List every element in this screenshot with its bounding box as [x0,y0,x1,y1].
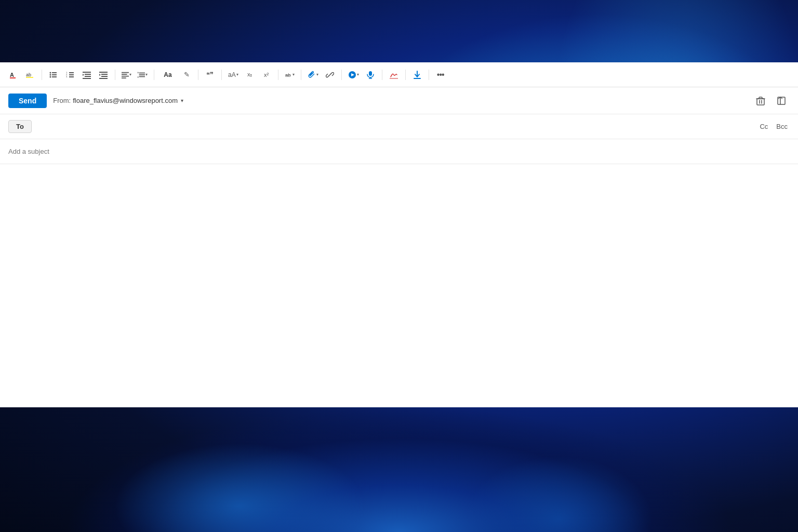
svg-rect-41 [757,99,764,105]
sep8 [341,70,342,80]
svg-rect-18 [85,76,91,77]
wallpaper-bottom [0,402,798,532]
sep6 [278,70,278,80]
sep1 [42,70,42,80]
more-options-btn[interactable]: ••• [433,68,448,82]
subscript-btn[interactable]: x₂ [243,68,257,82]
font-size-dropdown-arrow: ▾ [236,72,238,77]
decrease-indent-icon [83,71,91,79]
decrease-indent-btn[interactable] [79,68,94,82]
spacing-btn[interactable]: ▾ [136,70,150,79]
sep5 [221,70,222,80]
formatting-toolbar: A ab 1. [0,62,798,87]
mic-icon [366,71,375,79]
subject-input[interactable] [8,148,790,155]
highlight-icon: ab [26,71,34,79]
sep3 [154,70,154,80]
popout-btn[interactable] [773,92,790,109]
svg-rect-19 [83,78,91,79]
trash-icon [756,96,765,105]
dictate-icon [348,71,356,79]
bcc-button[interactable]: Bcc [774,122,790,131]
svg-rect-24 [122,72,129,73]
highlight-btn[interactable]: ab [23,68,37,82]
increase-indent-icon [99,71,108,79]
svg-rect-21 [101,74,108,75]
download-icon [413,71,421,79]
delete-draft-btn[interactable] [752,92,769,109]
svg-text:ab: ab [26,72,31,77]
align-btn[interactable]: ▾ [119,70,134,79]
svg-rect-20 [99,72,108,73]
svg-text:A: A [10,72,14,78]
numbering-icon: 1. 2. 3. [66,71,74,79]
svg-rect-1 [10,77,16,78]
spacing-icon [138,71,145,78]
svg-rect-27 [122,77,126,78]
header-actions [752,92,790,109]
quotes-icon: ❝❞ [206,71,214,78]
svg-rect-15 [69,76,74,77]
bullets-btn[interactable] [46,68,61,82]
subscript-icon: x₂ [247,71,252,78]
spacing-dropdown-arrow: ▾ [145,72,148,77]
svg-rect-30 [139,76,145,77]
font-size-btn[interactable]: aA ▾ [226,70,241,79]
strikethrough-icon: ab [285,71,292,78]
bullets-icon [49,71,58,79]
font-color-btn[interactable]: A [6,68,21,82]
signature-btn[interactable] [387,68,401,82]
editor-btn[interactable]: ✎ [179,68,194,82]
dictate-btn[interactable]: ▾ [346,70,361,80]
link-btn[interactable] [323,68,337,82]
attach-btn[interactable]: ▾ [305,70,321,80]
svg-rect-3 [26,77,33,78]
dictate-dropdown-arrow: ▾ [357,72,359,77]
compose-header: Send From: floare_flavius@windowsreport.… [0,87,798,114]
svg-point-6 [50,76,51,77]
svg-rect-8 [52,74,57,75]
send-button[interactable]: Send [8,94,47,108]
svg-rect-7 [52,72,57,73]
to-row: To Cc Bcc [0,114,798,139]
svg-rect-26 [122,75,129,76]
from-dropdown-arrow[interactable]: ▾ [181,98,183,103]
sep4 [198,70,198,80]
cc-button[interactable]: Cc [757,122,770,131]
attach-dropdown-arrow: ▾ [316,72,318,77]
download-btn[interactable] [410,68,424,82]
compose-body[interactable] [0,164,798,407]
svg-rect-17 [85,74,91,75]
align-icon [122,71,129,78]
popout-icon [777,96,786,105]
svg-rect-22 [101,76,108,77]
attach-icon [308,71,316,79]
superscript-btn[interactable]: x² [259,68,274,82]
svg-point-5 [50,74,51,75]
svg-line-32 [328,73,331,76]
svg-point-4 [50,72,51,73]
editor-icon: ✎ [184,71,190,78]
svg-rect-25 [122,74,127,75]
svg-rect-9 [52,76,57,77]
font-size-icon: aA [228,71,236,78]
quotes-btn[interactable]: ❝❞ [203,68,217,82]
strikethrough-btn[interactable]: ab ▾ [283,70,297,79]
svg-rect-23 [99,78,108,79]
svg-text:3.: 3. [66,75,68,78]
link-icon [326,71,334,79]
svg-rect-16 [83,72,91,73]
to-button[interactable]: To [8,120,32,133]
styles-icon: Aa [164,71,171,78]
styles-btn[interactable]: Aa [158,68,177,82]
cc-bcc-area: Cc Bcc [757,122,790,131]
numbering-btn[interactable]: 1. 2. 3. [63,68,77,82]
svg-text:ab: ab [285,72,291,77]
increase-indent-btn[interactable] [96,68,111,82]
signature-icon [390,71,398,79]
mic-btn[interactable] [363,68,378,82]
from-email-address: floare_flavius@windowsreport.com [73,97,178,104]
to-input[interactable] [36,123,758,130]
more-options-icon: ••• [437,70,444,79]
strikethrough-dropdown-arrow: ▾ [292,72,295,77]
